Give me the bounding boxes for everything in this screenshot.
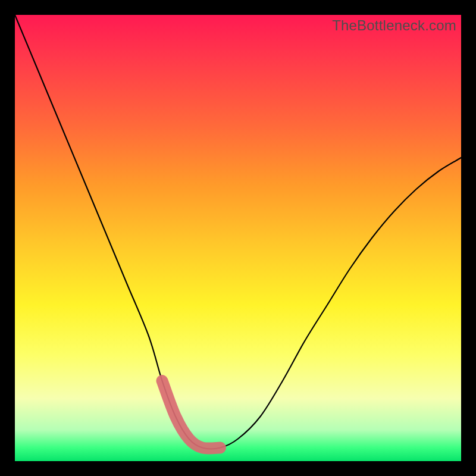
bottleneck-curve [15,15,461,449]
chart-area: TheBottleneck.com [15,15,461,461]
chart-svg [15,15,461,461]
optimal-zone-highlight [162,381,221,449]
